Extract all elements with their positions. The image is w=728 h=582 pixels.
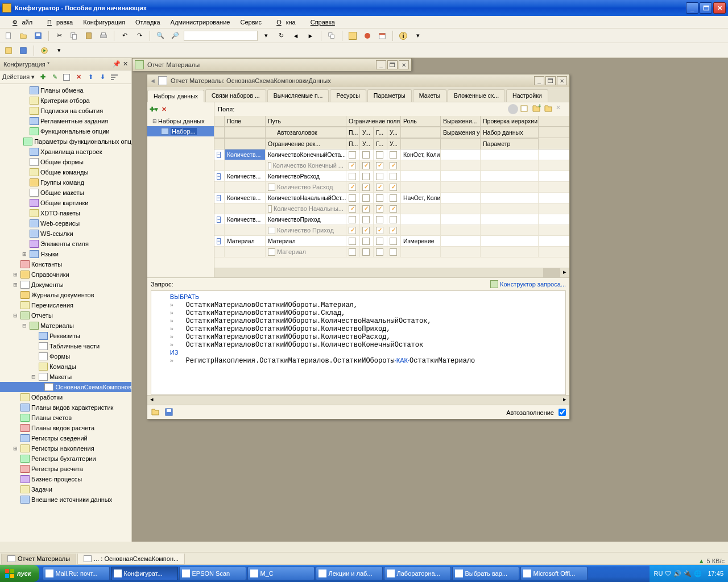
print-icon[interactable] bbox=[97, 30, 110, 42]
grid-row[interactable]: −Количеств...КоличествоНачальныйОст...На… bbox=[214, 193, 569, 203]
tree-item[interactable]: Справочники bbox=[0, 269, 131, 280]
tree-item[interactable]: Реквизиты bbox=[0, 331, 131, 341]
zoom-icon[interactable]: 🔎 bbox=[169, 30, 181, 42]
query-hscroll[interactable]: ◂▸ bbox=[147, 395, 569, 405]
back-icon[interactable]: ◄ bbox=[289, 30, 302, 42]
menu-Администрирование[interactable]: Администрирование bbox=[166, 18, 235, 27]
tree-item[interactable]: Web-сервисы bbox=[0, 218, 131, 228]
taskbar-item[interactable]: М_С bbox=[247, 567, 315, 580]
calendar-icon[interactable] bbox=[376, 30, 388, 42]
report-window-back[interactable]: Отчет Материалы _ 🗖 ✕ bbox=[132, 58, 412, 70]
run-icon[interactable] bbox=[38, 44, 51, 57]
actions-label[interactable]: Действия ▾ bbox=[2, 73, 35, 81]
sw-close[interactable]: ✕ bbox=[557, 76, 567, 85]
window-tab[interactable]: ... : ОсновнаяСхемаКомпон... bbox=[77, 554, 185, 564]
tree-item[interactable]: Общие макеты bbox=[0, 188, 131, 198]
grid-row[interactable]: −МатериалМатериалИзмерение bbox=[214, 236, 569, 247]
tree-item[interactable]: Планы видов расчета bbox=[0, 423, 131, 433]
tree-item[interactable]: Элементы стиля bbox=[0, 239, 131, 249]
tree-item[interactable]: Общие формы bbox=[0, 157, 131, 167]
tool-icon[interactable]: ▾ bbox=[260, 30, 272, 42]
new-icon[interactable] bbox=[2, 30, 15, 42]
ft-icon1[interactable] bbox=[508, 104, 518, 114]
lang-indicator[interactable]: RU bbox=[654, 570, 663, 577]
tree-item[interactable]: Макеты bbox=[0, 372, 131, 382]
windows-icon[interactable] bbox=[325, 30, 338, 42]
cfg-open-icon[interactable] bbox=[2, 44, 15, 57]
tree-item[interactable]: Языки bbox=[0, 249, 131, 259]
tree-item[interactable]: Хранилища настроек bbox=[0, 147, 131, 157]
menu-Отладка[interactable]: Отладка bbox=[131, 18, 164, 27]
up-icon[interactable]: ⬆ bbox=[85, 72, 96, 82]
tree-item[interactable]: Отчеты bbox=[0, 310, 131, 321]
refresh-icon[interactable]: ↻ bbox=[275, 30, 287, 42]
cut-icon[interactable]: ✂ bbox=[53, 30, 65, 42]
debug-icon[interactable] bbox=[361, 30, 374, 42]
tree-item[interactable]: Общие картинки bbox=[0, 198, 131, 208]
tree-item[interactable]: Документы bbox=[0, 280, 131, 290]
grid-row[interactable]: −Количеств...КоличествоПриход bbox=[214, 214, 569, 225]
query-constructor-link[interactable]: Конструктор запроса... bbox=[490, 280, 566, 288]
tree-item[interactable]: Журналы документов bbox=[0, 290, 131, 300]
tree-item[interactable]: Материалы bbox=[0, 321, 131, 331]
tree-item[interactable]: Регламентные задания bbox=[0, 116, 131, 126]
tree-item[interactable]: Константы bbox=[0, 259, 131, 269]
paste-icon[interactable] bbox=[82, 30, 95, 42]
tree-item[interactable]: Внешние источники данных bbox=[0, 494, 131, 505]
schema-tab[interactable]: Наборы данных bbox=[147, 90, 204, 102]
help-icon[interactable]: i bbox=[397, 30, 410, 42]
ft-icon2[interactable] bbox=[520, 104, 530, 114]
cfg-save-icon[interactable] bbox=[17, 44, 30, 57]
add-icon[interactable]: ✚ bbox=[38, 72, 48, 82]
edit-icon[interactable]: ✎ bbox=[49, 72, 60, 82]
tree-item[interactable]: Группы команд bbox=[0, 177, 131, 188]
bw-close[interactable]: ✕ bbox=[399, 60, 409, 69]
syntax-icon[interactable] bbox=[346, 30, 359, 42]
tree-item[interactable]: Задачи bbox=[0, 484, 131, 494]
taskbar-item[interactable]: Лекции и лаб... bbox=[316, 567, 383, 580]
datasets-tree[interactable]: ⊟Наборы данных Набор... bbox=[147, 116, 214, 136]
schema-tab[interactable]: Ресурсы bbox=[330, 89, 366, 102]
menu-Конфигурация[interactable]: Конфигурация bbox=[78, 18, 130, 27]
tree-item[interactable]: Табличные части bbox=[0, 341, 131, 351]
tray-icon[interactable]: 🔊 bbox=[673, 570, 681, 577]
nav-left-icon[interactable]: ◄ bbox=[150, 77, 156, 84]
ft-folder-icon[interactable] bbox=[544, 104, 554, 114]
down-icon[interactable]: ⬇ bbox=[97, 72, 107, 82]
grid-row[interactable]: −Количеств...КоличествоКонечныйОста...Ко… bbox=[214, 149, 569, 160]
bw-min[interactable]: _ bbox=[376, 60, 386, 69]
maximize-button[interactable]: 🗖 bbox=[700, 2, 712, 14]
tree-item[interactable]: Подписки на события bbox=[0, 106, 131, 116]
schema-tab[interactable]: Вычисляемые п... bbox=[267, 89, 329, 102]
sort-icon[interactable] bbox=[109, 72, 119, 82]
tray-icon[interactable]: 🛡 bbox=[665, 570, 671, 577]
fields-grid[interactable]: Поле Путь Ограничение поля Роль Выражени… bbox=[214, 116, 569, 268]
grid-row[interactable]: −Количеств...КоличествоРасход bbox=[214, 171, 569, 182]
tree-item[interactable]: ОсновнаяСхемаКомпонов bbox=[0, 382, 131, 392]
props-icon[interactable] bbox=[61, 72, 72, 82]
start-button[interactable]: пуск bbox=[0, 565, 39, 582]
taskbar-item[interactable]: EPSON Scan bbox=[179, 567, 246, 580]
taskbar-item[interactable]: Выбрать вар... bbox=[452, 567, 519, 580]
tree-item[interactable]: Общие команды bbox=[0, 167, 131, 177]
delete-icon[interactable]: ✕ bbox=[73, 72, 84, 82]
schema-tab[interactable]: Настройки bbox=[506, 89, 548, 102]
tree-item[interactable]: Обработки bbox=[0, 392, 131, 402]
undo-icon[interactable]: ↶ bbox=[118, 30, 131, 42]
query-text[interactable]: ВЫБРАТЬ » ОстаткиМатериаловОстаткиИОборо… bbox=[151, 290, 566, 395]
save-btn-icon[interactable] bbox=[164, 408, 173, 418]
tree-item[interactable]: Регистры расчета bbox=[0, 464, 131, 474]
minimize-button[interactable]: _ bbox=[686, 2, 698, 14]
panel-close-icon[interactable]: ✕ bbox=[123, 60, 128, 68]
ft-del-icon[interactable]: ✕ bbox=[556, 104, 566, 114]
redo-icon[interactable]: ↷ bbox=[133, 30, 146, 42]
tree-item[interactable]: XDTO-пакеты bbox=[0, 208, 131, 218]
menu-Окна[interactable]: Окна bbox=[267, 18, 300, 27]
sw-max[interactable]: 🗖 bbox=[545, 76, 556, 85]
config-tree[interactable]: Планы обменаКритерии отбораПодписки на с… bbox=[0, 84, 131, 542]
grid-subrow[interactable]: Количество Начальны... bbox=[214, 203, 569, 214]
ds-del-icon[interactable]: ✕ bbox=[162, 106, 167, 113]
tree-item[interactable]: Команды bbox=[0, 361, 131, 372]
tree-item[interactable]: Бизнес-процессы bbox=[0, 474, 131, 484]
tray-icon[interactable]: 🌐 bbox=[694, 570, 702, 577]
